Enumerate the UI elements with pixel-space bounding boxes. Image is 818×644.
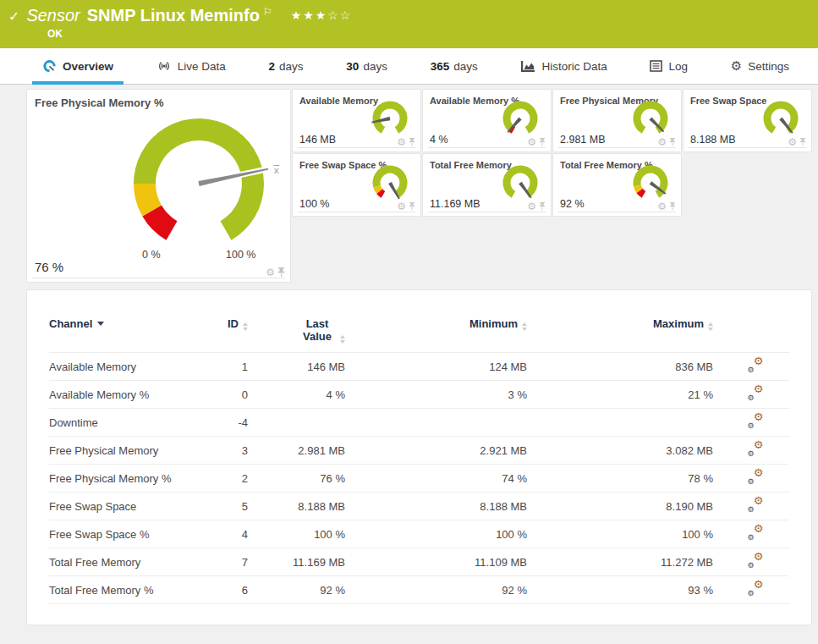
main-gauge-value: 76 %: [35, 260, 63, 274]
flag-icon[interactable]: ⚐: [263, 6, 272, 18]
panel-pin-icon[interactable]: [539, 138, 546, 146]
column-header-channel[interactable]: Channel: [49, 316, 210, 353]
channel-last-value: 8.188 MB: [256, 493, 354, 520]
panel-gear-icon[interactable]: ⚙: [266, 267, 275, 278]
gauge-value: 8.188 MB: [690, 134, 736, 146]
priority-stars[interactable]: ★★★☆☆: [291, 8, 353, 22]
sort-icon: [522, 322, 527, 331]
channel-id: 2: [210, 465, 256, 493]
channel-id: 5: [210, 493, 256, 520]
gauge-max-label: 100 %: [226, 249, 255, 261]
channel-minimum: [354, 409, 535, 437]
gauge-panel-free-swap-space-pct: Free Swap Space % 100 % ⚙: [293, 154, 420, 216]
gauge: [630, 162, 671, 203]
channel-table: Channel ID Last Value Minimum Maximum Av…: [49, 316, 789, 604]
sort-icon: [340, 335, 345, 344]
gauge: [370, 162, 410, 203]
historic-icon: [520, 60, 535, 73]
panel-gear-icon[interactable]: ⚙: [397, 137, 406, 147]
channel-minimum: 3 %: [354, 381, 535, 409]
sensor-title: SNMP Linux Meminfo: [87, 6, 260, 25]
channel-maximum: 21 %: [535, 381, 722, 409]
panel-gear-icon[interactable]: ⚙: [527, 201, 536, 212]
main-gauge: x: [111, 95, 290, 251]
channel-name[interactable]: Available Memory %: [49, 381, 210, 409]
channel-settings-gears-icon[interactable]: ⚙ ⚙: [748, 581, 764, 596]
column-header-settings: [722, 316, 789, 353]
table-row: Available Memory 1 146 MB 124 MB 836 MB …: [49, 353, 789, 381]
channel-id: 0: [210, 381, 256, 409]
panel-pin-icon[interactable]: [799, 138, 806, 146]
tab-overview[interactable]: Overview: [41, 48, 115, 84]
channel-settings-gears-icon[interactable]: ⚙ ⚙: [748, 442, 764, 456]
channel-name[interactable]: Free Physical Memory: [49, 437, 210, 465]
channel-last-value: 4 %: [256, 381, 354, 409]
channel-id: 6: [210, 576, 256, 604]
panel-gear-icon[interactable]: ⚙: [657, 137, 667, 147]
column-header-minimum[interactable]: Minimum: [354, 316, 535, 353]
gauge-panel-total-free-memory: Total Free Memory 11.169 MB ⚙: [423, 154, 551, 216]
table-row: Total Free Memory % 6 92 % 92 % 93 % ⚙ ⚙: [49, 576, 789, 604]
channel-last-value: 92 %: [256, 576, 354, 604]
channel-minimum: 124 MB: [354, 353, 535, 381]
channel-id: -4: [210, 409, 256, 437]
live-icon: [156, 60, 172, 72]
channel-name[interactable]: Total Free Memory: [49, 548, 210, 576]
channel-last-value: 11.169 MB: [256, 548, 354, 576]
channel-settings-gears-icon[interactable]: ⚙ ⚙: [748, 386, 764, 400]
tab-365-days[interactable]: 365 days: [429, 48, 480, 84]
channel-name[interactable]: Free Swap Space: [49, 493, 210, 520]
gauge-value: 146 MB: [299, 134, 336, 146]
tab-bar: Overview Live Data 2 days 30 days 365 da…: [0, 48, 818, 85]
channel-settings-gears-icon[interactable]: ⚙ ⚙: [748, 414, 764, 428]
settings-icon: ⚙: [731, 60, 742, 73]
channel-name[interactable]: Free Swap Space %: [49, 520, 210, 548]
panel-gear-icon[interactable]: ⚙: [397, 201, 406, 212]
panel-pin-icon[interactable]: [669, 202, 676, 211]
gauge-min-label: 0 %: [142, 249, 161, 261]
channel-last-value: 76 %: [256, 465, 354, 493]
channel-settings-gears-icon[interactable]: ⚙ ⚙: [748, 553, 764, 568]
channel-name[interactable]: Downtime: [49, 409, 210, 437]
gauge-panel-total-free-memory-pct: Total Free Memory % 92 % ⚙: [553, 154, 681, 216]
tab-2-days[interactable]: 2 days: [267, 48, 305, 84]
channel-settings-gears-icon[interactable]: ⚙ ⚙: [748, 470, 764, 484]
channel-maximum: 8.190 MB: [535, 493, 722, 520]
panel-gear-icon[interactable]: ⚙: [657, 201, 667, 212]
main-gauge-panel: Free Physical Memory % x 0 % 100 % 76 % …: [27, 90, 290, 282]
channel-id: 3: [210, 437, 256, 465]
panel-pin-icon[interactable]: [277, 267, 285, 278]
channel-minimum: 92 %: [354, 576, 535, 604]
panel-pin-icon[interactable]: [409, 202, 415, 211]
tab-log[interactable]: Log: [648, 48, 689, 84]
channel-id: 1: [210, 353, 256, 381]
channel-settings-gears-icon[interactable]: ⚙ ⚙: [748, 498, 764, 512]
table-row: Free Swap Space 5 8.188 MB 8.188 MB 8.19…: [49, 493, 789, 520]
sort-icon: [243, 322, 248, 331]
tab-settings[interactable]: ⚙ Settings: [729, 48, 791, 84]
small-gauge-grid: Available Memory 146 MB ⚙ Available Memo…: [293, 90, 811, 282]
channel-last-value: 146 MB: [256, 353, 354, 381]
panel-pin-icon[interactable]: [539, 202, 546, 211]
tab-30-days[interactable]: 30 days: [344, 48, 389, 84]
tab-historic-data[interactable]: Historic Data: [519, 48, 608, 84]
channel-name[interactable]: Total Free Memory %: [49, 576, 210, 604]
panel-gear-icon[interactable]: ⚙: [788, 137, 797, 147]
channel-settings-gears-icon[interactable]: ⚙ ⚙: [748, 358, 764, 372]
panel-gear-icon[interactable]: ⚙: [527, 137, 536, 147]
gauge: [760, 98, 801, 139]
tab-live-data[interactable]: Live Data: [155, 48, 228, 84]
sensor-header: ✓ Sensor SNMP Linux Meminfo ⚐ ★★★☆☆ OK: [0, 0, 818, 48]
channel-settings-gears-icon[interactable]: ⚙ ⚙: [748, 526, 764, 540]
channel-name[interactable]: Available Memory: [49, 353, 210, 381]
column-header-id[interactable]: ID: [210, 316, 256, 353]
sort-caret-icon: [97, 322, 104, 326]
table-row: Available Memory % 0 4 % 3 % 21 % ⚙ ⚙: [49, 381, 789, 409]
column-header-maximum[interactable]: Maximum: [535, 316, 722, 353]
column-header-last-value[interactable]: Last Value: [256, 316, 354, 353]
channel-name[interactable]: Free Physical Memory %: [49, 465, 210, 493]
panel-pin-icon[interactable]: [669, 138, 676, 146]
panel-pin-icon[interactable]: [409, 138, 415, 146]
channel-maximum: 100 %: [535, 520, 722, 548]
table-row: Free Swap Space % 4 100 % 100 % 100 % ⚙ …: [49, 520, 789, 548]
